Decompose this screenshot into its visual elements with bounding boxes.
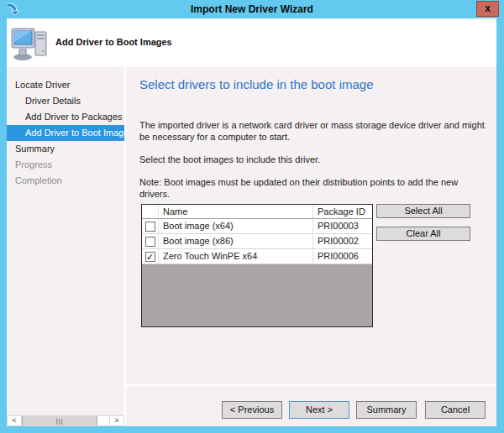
sidebar-item-locate-driver[interactable]: Locate Driver bbox=[7, 77, 124, 93]
row-checkbox-cell bbox=[142, 234, 159, 248]
checkbox-zero-touch-winpe-x64[interactable]: ✓ bbox=[145, 252, 155, 262]
sidebar-item-add-driver-to-packages[interactable]: Add Driver to Packages bbox=[7, 109, 124, 125]
wizard-steps-sidebar: Locate Driver Driver Details Add Driver … bbox=[7, 67, 124, 426]
summary-button[interactable]: Summary bbox=[356, 401, 417, 419]
cancel-button[interactable]: Cancel bbox=[425, 401, 486, 419]
boot-images-table: Name Package ID Boot image (x64) PRI0000… bbox=[141, 204, 373, 327]
sidebar-item-completion: Completion bbox=[7, 173, 124, 189]
cell-name: Boot image (x64) bbox=[159, 219, 313, 233]
row-checkbox-cell bbox=[142, 219, 159, 233]
intro-text: The imported driver is a network card dr… bbox=[139, 119, 487, 143]
horizontal-scrollbar[interactable]: < ||| > bbox=[7, 415, 124, 426]
table-row[interactable]: Boot image (x86) PRI00002 bbox=[142, 234, 372, 249]
table-row[interactable]: ✓ Zero Touch WinPE x64 PRI00006 bbox=[142, 249, 372, 264]
cell-package-id: PRI00003 bbox=[313, 219, 372, 233]
cell-package-id: PRI00002 bbox=[313, 234, 372, 248]
wizard-header: Add Driver to Boot Images bbox=[7, 18, 496, 67]
footer-divider bbox=[126, 384, 496, 386]
header-checkbox-column bbox=[142, 205, 159, 218]
wizard-content: Select drivers to include in the boot im… bbox=[126, 67, 496, 426]
clear-all-button[interactable]: Clear All bbox=[376, 227, 470, 241]
checkbox-boot-image-x86[interactable] bbox=[145, 237, 155, 247]
page-heading: Select drivers to include in the boot im… bbox=[139, 77, 496, 91]
instruction-text: Select the boot images to include this d… bbox=[139, 154, 487, 165]
select-all-button[interactable]: Select All bbox=[376, 204, 470, 218]
table-row[interactable]: Boot image (x64) PRI00003 bbox=[142, 219, 372, 234]
checkbox-boot-image-x64[interactable] bbox=[145, 222, 155, 232]
window-title: Import New Driver Wizard bbox=[0, 0, 504, 18]
titlebar: Import New Driver Wizard x bbox=[0, 0, 504, 18]
sidebar-item-summary[interactable]: Summary bbox=[7, 141, 124, 157]
cell-package-id: PRI00006 bbox=[313, 249, 372, 263]
scrollbar-grip-icon: ||| bbox=[55, 417, 63, 425]
cell-name: Zero Touch WinPE x64 bbox=[159, 249, 313, 263]
wizard-page-title: Add Driver to Boot Images bbox=[55, 37, 172, 47]
sidebar-item-add-driver-to-boot-images[interactable]: Add Driver to Boot Images bbox=[7, 125, 124, 141]
row-checkbox-cell: ✓ bbox=[142, 249, 159, 263]
column-header-name[interactable]: Name bbox=[159, 205, 313, 218]
scroll-right-button[interactable]: > bbox=[109, 416, 123, 425]
scroll-left-button[interactable]: < bbox=[8, 416, 22, 425]
column-header-package-id[interactable]: Package ID bbox=[313, 205, 372, 218]
computer-icon bbox=[11, 25, 50, 62]
wizard-body: Locate Driver Driver Details Add Driver … bbox=[7, 67, 496, 426]
sidebar-item-driver-details[interactable]: Driver Details bbox=[7, 93, 124, 109]
wizard-window: Import New Driver Wizard x Ad bbox=[0, 0, 504, 433]
table-header-row: Name Package ID bbox=[142, 205, 372, 219]
sidebar-item-progress: Progress bbox=[7, 157, 124, 173]
close-button[interactable]: x bbox=[476, 1, 499, 17]
scrollbar-thumb[interactable]: ||| bbox=[22, 416, 97, 425]
note-text: Note: Boot images must be updated on the… bbox=[139, 176, 487, 200]
window-frame: Add Driver to Boot Images Locate Driver … bbox=[7, 18, 496, 426]
footer-button-bar: < Previous Next > Summary Cancel bbox=[215, 401, 486, 419]
next-button[interactable]: Next > bbox=[289, 401, 349, 419]
cell-name: Boot image (x86) bbox=[159, 234, 313, 248]
close-icon: x bbox=[485, 3, 491, 14]
previous-button[interactable]: < Previous bbox=[222, 401, 282, 419]
